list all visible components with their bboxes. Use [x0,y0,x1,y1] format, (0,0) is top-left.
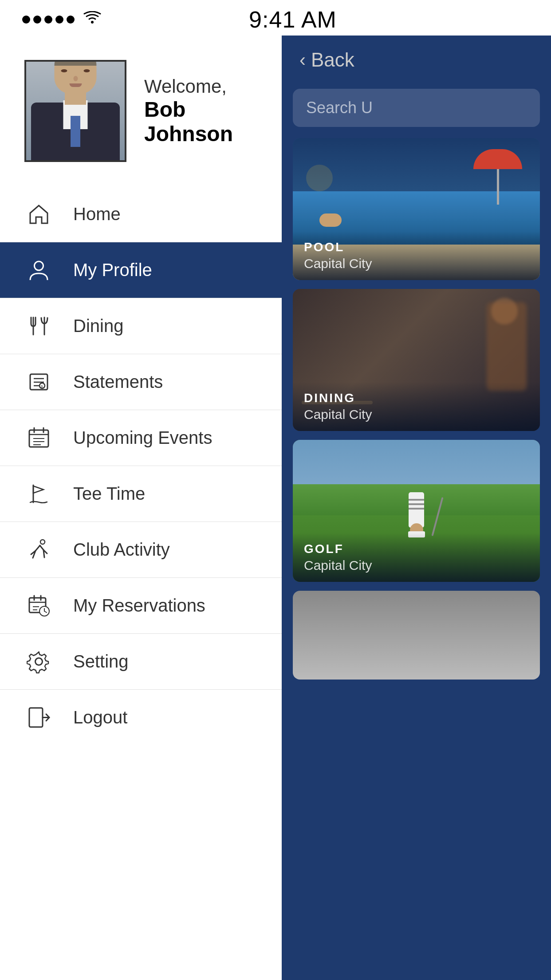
extra-card-bg [293,591,540,680]
calendar-icon [24,423,53,452]
svg-point-0 [91,21,94,24]
avatar-nose [73,76,78,81]
welcome-name: Bob Johnson [144,97,257,146]
venue-card-dining[interactable]: DINING Capital City [293,289,540,431]
sidebar-item-my-profile[interactable]: My Profile [0,242,282,298]
signal-dot-5 [67,16,75,24]
svg-text:$: $ [41,384,43,388]
left-panel: Welcome, Bob Johnson Home [0,36,282,980]
home-icon [24,200,53,229]
signal-dot-3 [44,16,52,24]
venue-card-pool[interactable]: POOL Capital City [293,138,540,280]
card-name-dining: Capital City [304,407,529,422]
sidebar-item-dining[interactable]: Dining [0,298,282,354]
nav-menu: Home My Profile [0,186,282,980]
card-overlay-golf: GOLF Capital City [293,533,540,582]
cards-list: POOL Capital City DINI [282,138,551,980]
svg-point-18 [40,540,45,544]
golfer-body [409,492,424,528]
sidebar-item-label-my-reservations: My Reservations [73,596,205,616]
sidebar-item-upcoming-events[interactable]: Upcoming Events [0,410,282,466]
stripe-1 [409,499,424,501]
sidebar-item-label-dining: Dining [73,316,123,336]
back-chevron-icon: ‹ [299,49,306,71]
avatar [24,60,126,162]
avatar-mouth [69,83,82,87]
sun-glow [306,165,333,191]
card-category-golf: GOLF [304,542,529,556]
avatar-eye-right [84,69,90,72]
card-name-golf: Capital City [304,558,529,573]
sidebar-item-label-club-activity: Club Activity [73,540,170,560]
card-overlay-dining: DINING Capital City [293,382,540,431]
avatar-eye-left [61,69,67,72]
umbrella [473,149,522,205]
pool-person [319,213,342,227]
sidebar-item-my-reservations[interactable]: My Reservations [0,578,282,634]
wifi-icon [83,11,101,28]
umbrella-pole [497,169,499,205]
back-button[interactable]: ‹ Back [282,36,551,84]
status-bar: 9:41 AM [0,0,551,36]
sidebar-item-label-setting: Setting [73,652,129,672]
running-icon [24,535,53,564]
stripe-3 [409,508,424,510]
statements-icon: $ [24,368,53,396]
avatar-hair [55,60,97,66]
signal-dot-2 [33,16,41,24]
sidebar-item-setting[interactable]: Setting [0,634,282,690]
gear-icon [24,647,53,676]
venue-card-golf[interactable]: GOLF Capital City [293,440,540,582]
avatar-image [26,62,125,160]
svg-point-28 [35,658,43,665]
avatar-head [55,60,97,94]
svg-point-1 [35,261,43,270]
search-placeholder: Search U [306,99,373,117]
reservations-icon [24,591,53,620]
card-category-pool: POOL [304,240,529,254]
sidebar-item-label-upcoming-events: Upcoming Events [73,428,212,448]
sidebar-item-tee-time[interactable]: Tee Time [0,466,282,522]
dining-head [491,298,518,324]
card-overlay-pool: POOL Capital City [293,231,540,280]
svg-rect-29 [29,708,43,727]
dining-icon [24,312,53,340]
golfer [408,492,425,537]
card-category-dining: DINING [304,391,529,405]
sidebar-item-label-home: Home [73,204,121,224]
time-display: 9:41 AM [249,6,337,33]
sidebar-item-logout[interactable]: Logout [0,690,282,745]
avatar-tie [71,116,80,147]
welcome-section: Welcome, Bob Johnson [144,76,257,146]
card-name-pool: Capital City [304,256,529,271]
welcome-greeting: Welcome, [144,76,257,97]
stripe-2 [409,503,424,505]
back-label: Back [311,49,354,71]
sidebar-item-label-my-profile: My Profile [73,260,152,280]
right-panel: ‹ Back Search U [282,36,551,980]
status-left [22,11,101,28]
signal-dots [22,16,75,24]
sidebar-item-club-activity[interactable]: Club Activity [0,522,282,578]
sidebar-item-home[interactable]: Home [0,186,282,242]
umbrella-top [473,149,522,169]
person-icon [24,256,53,285]
user-header: Welcome, Bob Johnson [0,36,282,186]
signal-dot-1 [22,16,30,24]
sidebar-item-label-tee-time: Tee Time [73,484,145,504]
sidebar-item-label-statements: Statements [73,372,163,392]
main-layout: Welcome, Bob Johnson Home [0,36,551,980]
sidebar-item-label-logout: Logout [73,707,127,727]
search-bar[interactable]: Search U [293,89,540,127]
venue-card-extra[interactable] [293,591,540,680]
flag-icon [24,479,53,508]
sidebar-item-statements[interactable]: $ Statements [0,354,282,410]
logout-icon [24,703,53,732]
signal-dot-4 [55,16,63,24]
